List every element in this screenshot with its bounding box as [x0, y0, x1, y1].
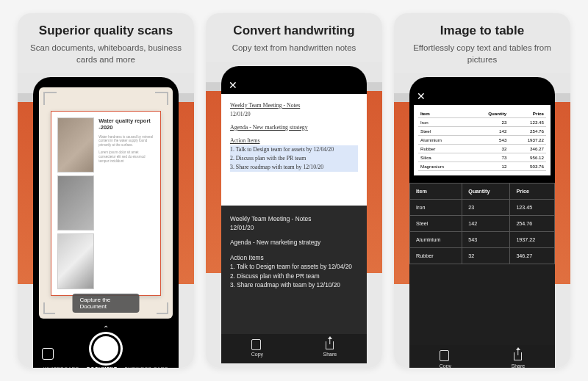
gallery-icon[interactable]: [42, 348, 54, 360]
conv-line: 2. Discuss plan with the PR team: [230, 272, 358, 280]
conv-line: Agenda - New marketing strategy: [230, 238, 358, 247]
capture-modes[interactable]: WHITEBOARD DOCUMENT BUSINESS CARD: [33, 366, 179, 368]
phone-notch: [263, 66, 325, 76]
hw-line: 2. Discuss plan with the PR team: [230, 154, 358, 163]
hw-line: Weekly Team Meeting - Notes: [230, 101, 358, 110]
share-icon: [325, 340, 335, 350]
cell: 543: [462, 232, 510, 248]
copy-icon: [440, 352, 451, 362]
panel-title: Convert handwriting: [215, 23, 373, 38]
action-bar: Copy Share: [221, 334, 367, 363]
cell: Magnesium: [418, 162, 468, 171]
doc-text-block: Water quality report -2020 Water hardnes…: [98, 117, 154, 289]
cell: 32: [462, 248, 510, 264]
panel-subtitle: Copy text from handwritten notes: [215, 43, 373, 54]
conv-line: 12/01/20: [230, 223, 358, 232]
chevron-up-icon[interactable]: ⌃: [103, 324, 109, 333]
scan-viewport[interactable]: Water quality report -2020 Water hardnes…: [39, 87, 173, 319]
cell: Iron: [418, 118, 468, 127]
shutter-button[interactable]: [91, 334, 121, 363]
col-header: Item: [418, 109, 468, 118]
table-row: Steel142254.76: [410, 216, 555, 232]
share-label: Share: [512, 363, 526, 368]
panel-title: Superior quality scans: [26, 23, 185, 38]
conv-line: 1. Talk to Design team for assets by 12/…: [230, 262, 358, 271]
copy-label: Copy: [251, 352, 263, 357]
share-button[interactable]: Share: [512, 352, 526, 368]
phone-notch: [451, 77, 513, 87]
cell: 543: [468, 136, 509, 145]
cell: 254.76: [509, 127, 546, 136]
doc-body: Water hardness is caused by mineral cont…: [98, 135, 154, 148]
converted-text[interactable]: Weekly Team Meeting - Notes 12/01/20 Age…: [221, 206, 367, 334]
cell: 12: [468, 162, 509, 171]
table-row: Magnesium12503.76: [418, 162, 546, 171]
handwriting-image[interactable]: Weekly Team Meeting - Notes 12/01/20 Age…: [221, 94, 367, 206]
phone-frame: ✕ Item Quantity Price Iron23123.45Steel1…: [409, 77, 555, 368]
mode-document[interactable]: DOCUMENT: [87, 366, 118, 368]
source-table-image[interactable]: Item Quantity Price Iron23123.45Steel142…: [414, 105, 551, 175]
cell: 254.76: [510, 216, 555, 232]
copy-button[interactable]: Copy: [251, 340, 263, 357]
cell: 23: [468, 118, 509, 127]
cell: 1937.22: [509, 136, 546, 145]
cell: Rubber: [410, 248, 462, 264]
doc-thumb: [57, 233, 94, 289]
close-icon[interactable]: ✕: [229, 79, 237, 91]
cell: Iron: [410, 200, 462, 216]
action-bar: Copy Share: [409, 345, 555, 368]
panel-header: Convert handwriting Copy text from handw…: [206, 13, 382, 62]
scanned-document: Water quality report -2020 Water hardnes…: [51, 111, 160, 296]
doc-heading: Water quality report -2020: [98, 117, 154, 131]
copy-label: Copy: [440, 363, 451, 368]
table-row: Iron23123.45: [410, 200, 555, 216]
panel-bg: ✕ Weekly Team Meeting - Notes 12/01/20 A…: [206, 62, 382, 368]
phone-notch: [75, 77, 137, 87]
col-header: Quantity: [462, 184, 510, 200]
cell: 23: [462, 200, 510, 216]
cell: Steel: [418, 127, 468, 136]
capture-hint: Capture the Document: [73, 294, 140, 313]
cell: 346.27: [509, 145, 546, 153]
panel-handwriting: Convert handwriting Copy text from handw…: [206, 13, 382, 368]
mode-business[interactable]: BUSINESS CARD: [125, 366, 169, 368]
cell: 32: [468, 145, 509, 153]
copy-button[interactable]: Copy: [440, 352, 451, 368]
cell: 346.27: [510, 248, 555, 264]
hw-line: 3. Share roadmap with team by 12/10/20: [230, 163, 358, 172]
phone-frame: Water quality report -2020 Water hardnes…: [33, 77, 179, 368]
cell: 142: [462, 216, 510, 232]
col-header: Price: [510, 184, 555, 200]
share-button[interactable]: Share: [323, 340, 337, 357]
cell: 142: [468, 127, 509, 136]
copy-icon: [252, 340, 262, 350]
panel-bg: ✕ Item Quantity Price Iron23123.45Steel1…: [394, 73, 570, 368]
cell: Rubber: [418, 145, 468, 153]
table-row: Silica73956.12: [418, 153, 546, 162]
cell: Steel: [410, 216, 462, 232]
panel-scans: Superior quality scans Scan documents, w…: [18, 13, 194, 368]
source-table: Item Quantity Price Iron23123.45Steel142…: [418, 109, 546, 171]
camera-controls: ⌃ WHITEBOARD DOCUMENT BUSINESS CARD: [33, 323, 179, 368]
col-header: Item: [410, 184, 462, 200]
col-header: Price: [509, 109, 546, 118]
conv-line: Weekly Team Meeting - Notes: [230, 214, 358, 223]
close-icon[interactable]: ✕: [417, 90, 426, 102]
table-row: Rubber32346.27: [418, 145, 546, 153]
table-row: Aluminium5431937.22: [410, 232, 555, 248]
doc-body: Lorem ipsum dolor sit amet consectetur e…: [98, 150, 154, 164]
share-icon: [513, 352, 523, 362]
converted-table[interactable]: Item Quantity Price Iron23123.45Steel142…: [409, 183, 555, 345]
cell: Silica: [418, 153, 468, 162]
doc-thumb: [57, 117, 94, 173]
mode-whiteboard[interactable]: WHITEBOARD: [43, 366, 79, 368]
conv-line: Action Items: [230, 253, 358, 262]
panel-subtitle: Scan documents, whiteboards, business ca…: [26, 43, 185, 65]
panel-table: Image to table Effortlessly copy text an…: [394, 13, 570, 368]
doc-thumb: [57, 175, 94, 231]
cell: 1937.22: [510, 232, 555, 248]
table-row: Rubber32346.27: [410, 248, 555, 264]
table-row: Iron23123.45: [418, 118, 546, 127]
cell: 123.45: [509, 118, 546, 127]
panel-title: Image to table: [403, 23, 562, 38]
